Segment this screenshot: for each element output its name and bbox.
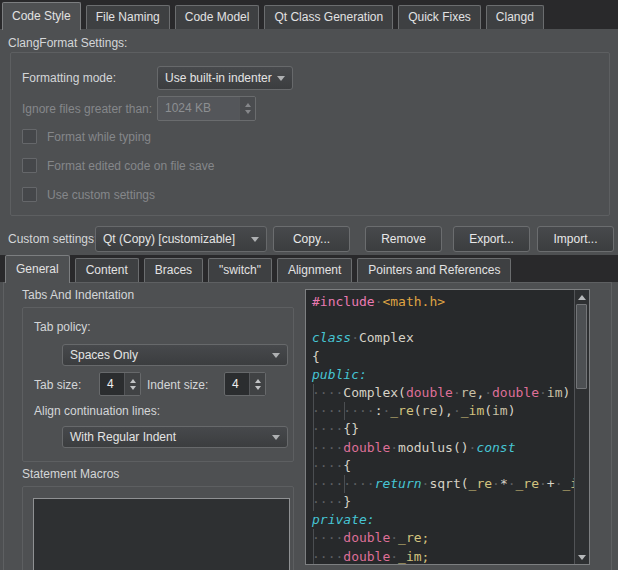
statement-macros-textarea[interactable] <box>33 498 290 570</box>
align-continuation-select[interactable]: With Regular Indent <box>62 426 288 448</box>
indent-guide <box>313 384 314 402</box>
custom-settings-select[interactable]: Qt (Copy) [customizable] <box>95 226 267 252</box>
code-token-field: _im; <box>398 549 429 564</box>
tab-policy-select[interactable]: Spaces Only <box>62 344 288 366</box>
checkbox-box[interactable] <box>22 187 37 202</box>
code-token-pre: #include <box>312 294 375 309</box>
code-token-def: * <box>500 476 508 491</box>
tab-code-model[interactable]: Code Model <box>175 5 260 29</box>
style-tab-general[interactable]: General <box>5 255 70 283</box>
formatting-mode-select[interactable]: Use built-in indenter <box>157 66 293 90</box>
checkbox-format-edited-code-on-file-save[interactable]: Format edited code on file save <box>22 151 214 180</box>
indent-guide <box>344 402 345 420</box>
tab-clangd[interactable]: Clangd <box>486 5 544 29</box>
indent-size-input[interactable]: 4 <box>224 372 266 396</box>
code-token-def: ) <box>508 403 516 418</box>
code-preview-text: #include·<math.h>class·Complex{public:··… <box>306 290 575 564</box>
code-token-field: _re <box>469 476 492 491</box>
dropdown-arrow-icon <box>251 237 259 242</box>
formatting-mode-value: Use built-in indenter <box>165 71 272 85</box>
scroll-up-icon <box>578 295 586 300</box>
checkbox-box[interactable] <box>22 129 37 144</box>
code-token-ws: · <box>390 440 398 455</box>
ignore-files-size-input[interactable]: 1024 KB <box>157 96 256 121</box>
spin-buttons[interactable] <box>249 373 265 395</box>
code-token-kw: public: <box>312 367 367 382</box>
tab-policy-label: Tab policy: <box>34 320 91 334</box>
style-tab-braces[interactable]: Braces <box>144 258 203 282</box>
tab-file-naming[interactable]: File Naming <box>86 5 170 29</box>
tabs-indentation-title: Tabs And Indentation <box>22 288 134 302</box>
code-token-def: Complex <box>359 330 414 345</box>
scroll-down-button[interactable] <box>575 550 589 564</box>
scroll-up-button[interactable] <box>575 290 589 304</box>
custom-settings-value: Qt (Copy) [customizable] <box>103 232 235 246</box>
code-token-ws: · <box>453 403 461 418</box>
code-token-def: + <box>547 476 555 491</box>
code-token-def: ( <box>414 403 422 418</box>
code-token-def: { <box>343 458 351 473</box>
style-tab-content[interactable]: Content <box>75 258 139 282</box>
code-token-pink: double <box>343 440 390 455</box>
indent-size-value: 4 <box>225 373 249 395</box>
code-token-ws: · <box>390 549 398 564</box>
checkbox-box[interactable] <box>22 158 37 173</box>
tab-code-style[interactable]: Code Style <box>2 2 81 30</box>
tab-size-input[interactable]: 4 <box>99 372 141 396</box>
code-token-pink: double <box>343 549 390 564</box>
checkbox-format-while-typing[interactable]: Format while typing <box>22 122 214 151</box>
indent-guide <box>313 493 314 511</box>
code-token-field: _im <box>461 403 484 418</box>
checkbox-label: Use custom settings <box>47 188 155 202</box>
align-continuation-label: Align continuation lines: <box>34 404 160 418</box>
indent-guide <box>313 548 314 564</box>
code-preview-scrollbar[interactable] <box>574 290 589 564</box>
code-preview-editor[interactable]: #include·<math.h>class·Complex{public:··… <box>305 289 590 565</box>
formatting-mode-label: Formatting mode: <box>22 71 116 85</box>
ignore-files-size-value: 1024 KB <box>158 97 239 120</box>
code-line: ····double·_re; <box>312 529 575 547</box>
tab-policy-value: Spaces Only <box>70 348 138 362</box>
spin-buttons[interactable] <box>239 97 255 120</box>
code-token-param: re <box>422 403 438 418</box>
code-token-ws: ···· <box>312 440 343 455</box>
dropdown-arrow-icon <box>272 353 280 358</box>
code-token-def: ( <box>484 403 492 418</box>
indent-guide <box>344 475 345 493</box>
indent-guide <box>313 475 314 493</box>
code-token-ws: · <box>492 476 500 491</box>
indent-guide <box>313 457 314 475</box>
indent-guide <box>313 439 314 457</box>
checkbox-label: Format edited code on file save <box>47 159 214 173</box>
align-continuation-value: With Regular Indent <box>70 430 176 444</box>
clangformat-settings-title: ClangFormat Settings: <box>8 36 127 50</box>
ignore-files-label: Ignore files greater than: <box>22 102 152 116</box>
tab-quick-fixes[interactable]: Quick Fixes <box>398 5 481 29</box>
code-line: ········return·sqrt(_re·*·_re·+·_i <box>312 475 575 493</box>
code-token-ws: · <box>484 385 492 400</box>
code-line: ····Complex(double·re,·double·im) <box>312 384 575 402</box>
tab-qt-class-generation[interactable]: Qt Class Generation <box>264 5 393 29</box>
code-token-ws: ···· <box>312 421 343 436</box>
spin-up-icon <box>255 379 261 383</box>
checkbox-use-custom-settings[interactable]: Use custom settings <box>22 180 214 209</box>
spin-buttons[interactable] <box>124 373 140 395</box>
code-token-def: Complex( <box>343 385 406 400</box>
code-token-param: re <box>461 385 477 400</box>
style-tab-alignment[interactable]: Alignment <box>277 258 352 282</box>
style-tab-pointers-and-references[interactable]: Pointers and References <box>357 258 511 282</box>
code-token-def: } <box>343 494 351 509</box>
code-token-ws: · <box>555 476 563 491</box>
clangformat-checkbox-list: Format while typingFormat edited code on… <box>22 122 214 209</box>
scrollbar-thumb[interactable] <box>576 304 587 389</box>
import-button[interactable]: Import... <box>537 226 614 252</box>
code-token-ws: · <box>453 385 461 400</box>
export-button[interactable]: Export... <box>453 226 530 252</box>
remove-button[interactable]: Remove <box>365 226 442 252</box>
dropdown-arrow-icon <box>272 435 280 440</box>
spin-down-icon <box>255 386 261 390</box>
code-token-field: _re <box>390 403 413 418</box>
code-token-kw: return <box>375 476 422 491</box>
copy-button[interactable]: Copy... <box>273 226 350 252</box>
style-tab-switch[interactable]: "switch" <box>208 258 272 282</box>
